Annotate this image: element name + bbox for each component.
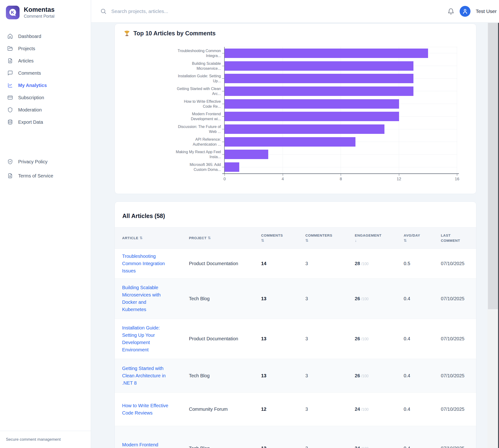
bar-modern-frontend-development-wi[interactable] [225, 112, 399, 121]
article-link[interactable]: Installation Guide: Setting Up Your Deve… [122, 324, 169, 353]
project-cell: Tech Blog [189, 296, 261, 302]
engagement-cell: 28/100 [355, 261, 404, 266]
project-cell: Product Documentation [189, 261, 261, 266]
sidebar-item-export-data[interactable]: Export Data [0, 116, 91, 128]
category-label: Building ScalableMicroservice... [129, 61, 221, 71]
sidebar-item-label: Privacy Policy [18, 159, 47, 164]
sidebar-item-terms-of-service[interactable]: Terms of Service [0, 169, 91, 183]
sidebar-item-label: Comments [18, 70, 41, 76]
table-title: All Articles (58) [115, 202, 476, 227]
document-icon [7, 58, 13, 64]
sidebar-item-label: Moderation [18, 107, 42, 113]
comments-cell: 13 [261, 336, 306, 341]
article-cell: Getting Started with Clean Architecture … [122, 365, 189, 387]
bar-getting-started-with-clean-arc[interactable] [225, 86, 413, 96]
bar-troubleshooting-common-integra[interactable] [225, 48, 428, 58]
user-avatar[interactable] [460, 6, 470, 17]
article-link[interactable]: Getting Started with Clean Architecture … [122, 365, 169, 387]
database-icon [7, 119, 13, 125]
column-header-article[interactable]: ARTICLE ⇅ [122, 235, 189, 240]
column-header-comments[interactable]: COMMENTS⇅ [261, 233, 306, 243]
commenters-cell: 3 [305, 373, 355, 379]
table-body: Troubleshooting Common Integration Issue… [115, 249, 476, 448]
chart-line-icon [7, 82, 13, 88]
bar-api-reference-authentication[interactable] [225, 137, 355, 146]
engagement-max: /100 [361, 374, 369, 378]
sidebar-nav: DashboardProjectsArticlesCommentsMy Anal… [0, 30, 91, 128]
column-header-commenters[interactable]: COMMENTERS⇅ [305, 233, 355, 243]
sort-icon: ⇅ [208, 236, 211, 240]
sidebar-item-comments[interactable]: Comments [0, 67, 91, 79]
top-articles-chart-card: Top 10 Articles by Comments Troubleshoot… [114, 24, 476, 194]
search-icon [100, 8, 107, 14]
article-link[interactable]: Modern Frontend Development with [122, 441, 169, 448]
sidebar-nav-secondary: Privacy PolicyTerms of Service [0, 155, 91, 183]
notification-bell-icon[interactable] [447, 8, 454, 15]
article-link[interactable]: How to Write Effective Code Reviews [122, 402, 169, 417]
trophy-icon [124, 30, 130, 36]
article-link[interactable]: Building Scalable Microservices with Doc… [122, 284, 169, 313]
table-row: Building Scalable Microservices with Doc… [115, 279, 476, 319]
category-label: Getting Started with CleanArc... [129, 86, 221, 96]
avg-day-cell: 0.4 [404, 336, 441, 341]
y-tick [222, 154, 224, 155]
project-cell: Tech Blog [189, 446, 261, 448]
article-cell: Installation Guide: Setting Up Your Deve… [122, 324, 189, 353]
chart-title: Top 10 Articles by Comments [133, 30, 216, 37]
bar-building-scalable-microservice[interactable] [225, 61, 413, 71]
commenters-cell: 3 [305, 446, 355, 448]
project-cell: Community Forum [189, 406, 261, 412]
article-link[interactable]: Troubleshooting Common Integration Issue… [122, 253, 169, 274]
table-row: How to Write Effective Code ReviewsCommu… [115, 393, 476, 426]
sidebar-item-label: Projects [18, 46, 35, 51]
column-header-project[interactable]: PROJECT ⇅ [189, 235, 261, 240]
sidebar-item-privacy-policy[interactable]: Privacy Policy [0, 155, 91, 169]
bar-installation-guide-setting-up[interactable] [225, 74, 413, 83]
user-name[interactable]: Test User [476, 8, 497, 14]
search-input[interactable] [111, 8, 252, 14]
x-tick-label: 0 [218, 177, 232, 181]
sidebar-item-my-analytics[interactable]: My Analytics [0, 79, 91, 91]
bar-microsoft-365-add-custom-doma[interactable] [225, 162, 239, 172]
avg-day-cell: 0.4 [404, 406, 441, 412]
y-axis [224, 47, 225, 174]
bar-how-to-write-effective-code-re[interactable] [225, 99, 399, 109]
vertical-scrollbar[interactable] [487, 23, 499, 448]
sidebar-item-moderation[interactable]: Moderation [0, 104, 91, 116]
sidebar-item-dashboard[interactable]: Dashboard [0, 30, 91, 42]
sidebar-item-label: Dashboard [18, 34, 41, 39]
sidebar-item-subscription[interactable]: Subscription [0, 91, 91, 104]
engagement-value: 24 [355, 406, 360, 412]
engagement-value: 26 [355, 296, 360, 301]
bar-making-my-react-app-feel-insta[interactable] [225, 150, 268, 159]
shield-icon [7, 107, 13, 113]
engagement-max: /100 [361, 407, 369, 412]
comments-cell: 13 [261, 373, 306, 379]
category-label: Discussion: The Future ofWeb ... [129, 124, 221, 134]
comments-cell: 12 [261, 406, 306, 412]
sidebar-item-label: Subscription [18, 95, 44, 100]
commenters-cell: 3 [305, 296, 355, 302]
sidebar-item-label: Export Data [18, 119, 43, 125]
sidebar-item-articles[interactable]: Articles [0, 55, 91, 67]
engagement-cell: 26/100 [355, 373, 404, 379]
sidebar-footer-text: Secure comment management [0, 431, 91, 448]
sort-icon: ↓ [355, 238, 404, 243]
commenters-cell: 3 [305, 261, 355, 266]
brand: K Komentas Comment Portal [6, 6, 55, 19]
y-tick [222, 116, 224, 117]
scrollbar-thumb[interactable] [488, 23, 498, 309]
article-cell: Troubleshooting Common Integration Issue… [122, 253, 189, 274]
engagement-cell: 24/100 [355, 446, 404, 448]
column-header-engagement[interactable]: ENGAGEMENT↓ [355, 233, 404, 243]
column-header-avg-day[interactable]: AVG/DAY⇅ [404, 233, 441, 243]
sidebar-item-projects[interactable]: Projects [0, 42, 91, 55]
sidebar-item-label: Articles [18, 58, 34, 64]
engagement-value: 28 [355, 261, 360, 266]
engagement-max: /100 [361, 262, 369, 266]
main-content: Top 10 Articles by Comments Troubleshoot… [91, 23, 499, 448]
last-comment-cell: 07/10/2025 [441, 336, 476, 341]
app-subtitle: Comment Portal [24, 14, 55, 19]
bar-discussion-the-future-of-web[interactable] [225, 125, 385, 134]
category-label: Troubleshooting CommonIntegra... [129, 48, 221, 58]
